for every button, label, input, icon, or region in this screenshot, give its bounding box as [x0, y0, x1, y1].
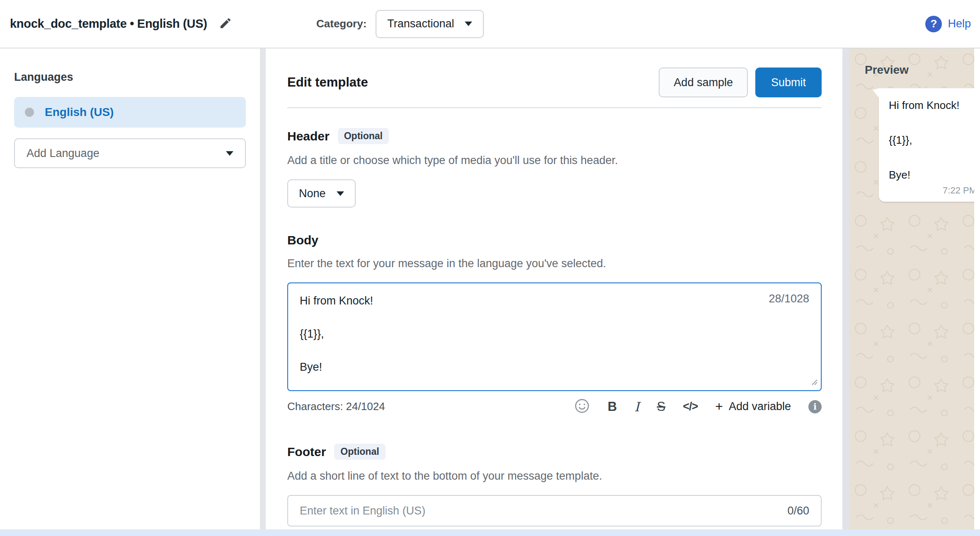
body-textarea[interactable]: Hi from Knock! {{1}}, Bye! 28/1028 — [287, 282, 822, 391]
preview-content: Preview Hi from Knock! {{1}}, Bye! 7:22 … — [849, 48, 974, 202]
languages-heading: Languages — [14, 71, 246, 84]
language-item-english-us[interactable]: English (US) — [14, 97, 246, 128]
message-bubble: Hi from Knock! {{1}}, Bye! 7:22 PM — [879, 88, 974, 202]
header-type-dropdown[interactable]: None — [287, 179, 356, 208]
topbar: knock_doc_template • English (US) Catego… — [0, 0, 980, 48]
chevron-down-icon — [465, 22, 472, 26]
section-divider — [287, 107, 822, 108]
pencil-icon — [219, 17, 232, 31]
add-variable-label: Add variable — [729, 400, 791, 413]
body-text: Hi from Knock! {{1}}, Bye! — [300, 292, 809, 375]
optional-badge: Optional — [338, 128, 389, 144]
preview-title: Preview — [865, 63, 969, 77]
strikethrough-button[interactable]: S — [657, 399, 665, 414]
body-counter: 28/1028 — [769, 292, 809, 305]
category-group: Category: Transactional — [316, 0, 484, 48]
languages-sidebar: Languages English (US) Add Language — [0, 48, 260, 536]
help-button[interactable]: ? Help — [925, 0, 971, 48]
add-variable-button[interactable]: + Add variable — [715, 399, 791, 414]
footer-counter: 0/60 — [787, 505, 809, 517]
add-sample-button[interactable]: Add sample — [659, 68, 748, 97]
help-icon: ? — [925, 16, 942, 32]
submit-button[interactable]: Submit — [755, 68, 822, 97]
category-label: Category: — [316, 17, 366, 30]
body-section: Body Enter the text for your message in … — [287, 233, 822, 415]
body-description: Enter the text for your message in the l… — [287, 257, 822, 270]
bold-button[interactable]: B — [608, 399, 617, 414]
footer-text-input[interactable]: Enter text in English (US) 0/60 — [287, 495, 822, 526]
edit-template-title: Edit template — [287, 75, 368, 90]
language-item-label: English (US) — [45, 106, 114, 119]
body-section-title: Body — [287, 233, 318, 247]
italic-button[interactable]: I — [634, 399, 639, 414]
edit-template-panel: Edit template Add sample Submit Header O… — [266, 48, 842, 536]
add-language-select[interactable]: Add Language — [14, 138, 246, 168]
message-timestamp: 7:22 PM — [943, 185, 974, 196]
category-value: Transactional — [387, 17, 454, 30]
page-title: knock_doc_template • English (US) — [10, 17, 207, 31]
sidebar-scrollbar[interactable] — [260, 48, 266, 536]
bottom-highlight-band — [0, 529, 980, 536]
content-area: Languages English (US) Add Language Edit… — [0, 48, 980, 536]
add-language-label: Add Language — [27, 147, 99, 160]
footer-section-title: Footer — [287, 445, 326, 459]
preview-panel: Preview Hi from Knock! {{1}}, Bye! 7:22 … — [849, 48, 974, 536]
header-type-value: None — [299, 187, 326, 200]
action-buttons: Add sample Submit — [659, 68, 822, 97]
emoji-button[interactable] — [574, 398, 590, 415]
header-description: Add a title or choose which type of medi… — [287, 154, 822, 167]
plus-icon: + — [715, 399, 723, 414]
help-label: Help — [948, 17, 971, 30]
resize-handle-icon[interactable] — [809, 377, 818, 388]
header-section: Header Optional Add a title or choose wh… — [287, 128, 822, 208]
optional-badge: Optional — [334, 444, 385, 460]
main-scrollbar[interactable] — [842, 48, 849, 536]
language-status-dot — [25, 108, 34, 117]
template-editor-app: knock_doc_template • English (US) Catego… — [0, 0, 980, 536]
chevron-down-icon — [226, 151, 233, 156]
body-meta-row: Characters: 24/1024 — [287, 398, 822, 415]
message-text: Hi from Knock! {{1}}, Bye! — [889, 97, 974, 183]
footer-description: Add a short line of text to the bottom o… — [287, 470, 822, 483]
info-icon[interactable]: i — [808, 400, 822, 413]
code-button[interactable]: </> — [683, 400, 698, 413]
bubble-tail — [873, 88, 879, 101]
category-dropdown[interactable]: Transactional — [376, 10, 484, 38]
footer-placeholder: Enter text in English (US) — [300, 505, 425, 517]
edit-title-button[interactable] — [219, 17, 232, 31]
emoji-icon — [574, 398, 590, 415]
footer-section: Footer Optional Add a short line of text… — [287, 444, 822, 526]
formatting-toolbar: B I S </> + Add variable i — [574, 398, 822, 415]
characters-counter: Characters: 24/1024 — [287, 400, 385, 413]
header-section-title: Header — [287, 129, 330, 143]
edit-template-header: Edit template Add sample Submit — [287, 68, 822, 97]
chevron-down-icon — [337, 191, 344, 196]
